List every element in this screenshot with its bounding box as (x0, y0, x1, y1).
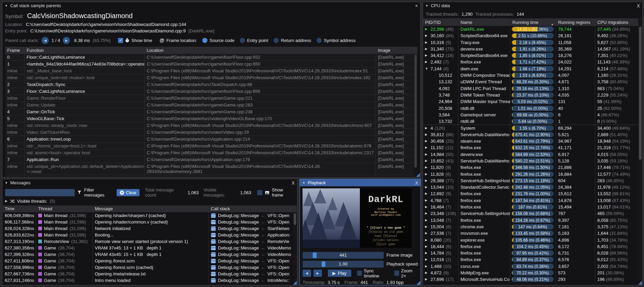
callstack-frame[interactable]: DebugLog::Message (218, 271, 259, 277)
process-row[interactable]: ▶ 10,316 (9) Tracy.exe 2.18 s (9.45%) 11… (423, 39, 642, 46)
frame-location[interactable]: C:\Users\wolf\Desktop\darkrl\src\EntryPo… (145, 175, 376, 177)
process-row[interactable]: ▶ 18,444 (6) firefox.exe 104.2 ms (0.45%… (423, 243, 642, 250)
expand-icon[interactable]: ▶ (425, 230, 429, 236)
frame-location[interactable]: C:\Users\wolf\Desktop\darkrl\src\game\fl… (145, 54, 376, 60)
close-icon[interactable]: X (292, 180, 295, 186)
process-row[interactable]: ▶ 27,536 (7) msvsmon.exe 133.45 ms (0.58… (423, 230, 642, 236)
process-row[interactable]: ▶ 23,348 (106) ServiceHub.SettingsHost 1… (423, 210, 642, 217)
frame-location[interactable]: C:\Users\wolf\Desktop\darkrl\src\video\V… (145, 129, 376, 135)
scrollbar-thumb[interactable] (639, 27, 642, 160)
process-row[interactable]: ▶ 30,160 (84) ScriptedSandbox64.exe 2.51… (423, 32, 642, 39)
frame-row[interactable]: inline std::_Mutex_base::lock C:\Program… (5, 68, 418, 74)
frame-location-option[interactable]: Source code (202, 38, 234, 43)
collapse-icon[interactable]: ▼ (302, 181, 305, 185)
col-image[interactable]: Image (376, 47, 418, 54)
frame-row[interactable]: 1 <lambda_84a19dc444fae966ca174e83e708bd… (5, 61, 418, 68)
collapse-icon[interactable]: ▼ (425, 4, 428, 8)
message-row[interactable]: 627,667,736ns Game (36,704) Opening /met… (3, 271, 297, 277)
location-path[interactable]: C:\Users\wolf\Desktop\darkrl\src\game\vi… (26, 22, 186, 27)
frame-row[interactable]: inline Game::Update C:\Users\wolf\Deskto… (5, 102, 418, 109)
col-running-regions[interactable]: Running regions (556, 19, 595, 26)
frame-function[interactable]: Video::GetTicksHiRes (25, 129, 145, 135)
expand-icon[interactable]: ▶ (425, 59, 429, 65)
message-row[interactable]: 606,117,568ns Main thread (31,596) Openi… (3, 219, 297, 225)
frame-row[interactable]: inline std::chrono::steady_clock::now C:… (5, 122, 418, 129)
callstack-source[interactable]: VFS::Open (267, 264, 289, 271)
process-row[interactable]: ▶ 29,388 (77) ServiceHub.SettingsHost 27… (423, 177, 642, 184)
process-row[interactable]: ▶ 11,828 (6) firefox.exe 291.26 ms (1.26… (423, 171, 642, 177)
frame-row[interactable]: 3 Floor::CalcLightNoLuminance C:\Users\w… (5, 88, 418, 95)
message-row[interactable]: 626,024,328ns Main thread (31,596) Netwo… (3, 225, 297, 232)
resize-grip[interactable] (638, 281, 642, 285)
col-time[interactable]: Time (3, 205, 36, 212)
process-row[interactable]: ▶ 13,044 (10) StandardCollector.Servic 2… (423, 184, 642, 190)
callstack-frame[interactable]: DebugLog::Message (218, 258, 259, 264)
next-callstack-button[interactable]: ▶ (63, 37, 70, 44)
process-row[interactable]: ▶ 30,456 (25) steam.exe 643.61 ms (2.79%… (423, 138, 642, 144)
message-row[interactable]: 627,831,246ns Game (36,704) Intro menu l… (3, 277, 297, 284)
message-row[interactable]: 627,558,996ns Game (36,704) Opening /for… (3, 264, 297, 271)
process-row[interactable]: ▶ 12,016 (2) firefox.exe 84.89 ms (0.37%… (423, 256, 642, 263)
frame-function[interactable]: TaskDispatch::Sync (25, 81, 145, 88)
cpu-scrollbar[interactable] (638, 19, 642, 285)
process-row[interactable]: 4,092 DWM LPC Port Thread 29.16 ms (0.13… (423, 85, 642, 92)
process-row[interactable]: ▶ 27,696 (17) Microsoft.ServiceHub.Co 48… (423, 276, 642, 283)
frame-function[interactable]: Application::Run (25, 156, 145, 163)
frame-function[interactable]: Floor::CalcLightNoLuminance (25, 54, 145, 60)
show-time-checkbox[interactable]: ✓ (118, 38, 123, 43)
callstack-source[interactable]: IntroMenu:: (267, 277, 290, 284)
frame-location[interactable]: C:\Users\wolf\Desktop\darkrl\src\game\Ga… (145, 102, 376, 108)
message-row[interactable]: 626,833,622ns Main thread (31,596) Booti… (3, 232, 297, 238)
expand-icon[interactable]: ▼ (425, 66, 429, 72)
process-row[interactable]: ▶ 4,872 (9) MsMpEng.exe 70.22 ms (0.30%)… (423, 270, 642, 276)
frame-row[interactable]: inline std::unique_ptr<Application,std::… (5, 163, 418, 175)
process-row[interactable]: ▼ 7,144 (8) dwm.exe 1.66 s (7.18%) 14,29… (423, 66, 642, 72)
expand-icon[interactable]: ▶ (425, 190, 429, 197)
callstack-list-icon[interactable] (211, 246, 216, 250)
callstack-frame[interactable]: DebugLog::Message (218, 277, 259, 284)
frame-row[interactable]: inline std::atomic<bool>::operator bool … (5, 149, 418, 156)
process-row[interactable]: ▶ 4 (126) System 1.55 s (6.70%) 69,294 3… (423, 125, 642, 131)
frame-row[interactable]: inline std::_Atomic_storage<bool,1>::loa… (5, 143, 418, 149)
callstack-list-icon[interactable] (211, 239, 216, 244)
expand-icon[interactable]: ▶ (425, 171, 429, 177)
process-row[interactable]: ▶ 8,080 (20) explorer.exe 105.66 ms (0.4… (423, 237, 642, 243)
frame-location[interactable]: C:\Program Files (x86)\Microsoft Visual … (145, 143, 376, 149)
frame-location[interactable]: C:\Users\wolf\Desktop\darkrl\src\TaskDis… (145, 81, 376, 88)
expand-icon[interactable]: ▶ (425, 237, 429, 243)
process-row[interactable]: 10,512 DWM Compositor Thread 1.53 s (6.6… (423, 72, 642, 78)
entry-point-path[interactable]: C:\Users\wolf\Desktop\darkrl\src\game\vi… (30, 28, 186, 33)
expand-icon[interactable]: ▶ (425, 256, 429, 263)
frame-function[interactable]: std::_Mutex_base::lock (25, 68, 145, 74)
frame-location-option[interactable]: Return address (274, 38, 311, 43)
process-row[interactable]: ▶ 16,464 (7) firefox.exe 187 ms (0.81%) … (423, 204, 642, 210)
show-frame-checkbox[interactable] (257, 190, 262, 195)
frame-row[interactable]: 8 main C:\Users\wolf\Desktop\darkrl\src\… (5, 175, 418, 177)
callstack-source[interactable]: VFS::Open (267, 219, 289, 225)
frame-function[interactable]: Game::Update (25, 102, 145, 108)
frame-function[interactable]: VideoGLBase::Tick (25, 115, 145, 122)
frame-function[interactable]: std::unique_lock<std::mutex>::lock (25, 74, 145, 81)
radio-icon[interactable] (202, 38, 207, 43)
frame-table-scrollbar[interactable] (414, 54, 418, 177)
process-row[interactable]: ▶ 4,768 (7) firefox.exe 187.54 ms (0.81%… (423, 197, 642, 204)
expand-icon[interactable]: ▶ (425, 32, 429, 39)
frame-function[interactable]: Floor::CalcLightNoLuminance (25, 88, 145, 95)
col-frame[interactable]: Frame (5, 47, 25, 54)
frame-function[interactable]: main (25, 175, 145, 177)
callstack-source[interactable]: VideoMemo (267, 245, 291, 251)
expand-icon[interactable]: ▶ (425, 158, 429, 164)
frame-row[interactable]: 7 Application::Run C:\Users\wolf\Desktop… (5, 156, 418, 163)
frame-function[interactable]: std::atomic<bool>::operator bool (25, 149, 145, 156)
frame-location[interactable]: C:\Program Files (x86)\Microsoft Visual … (145, 149, 376, 156)
process-row[interactable]: ▶ 14,984 (50) devenv.exe 584.69 ms (2.53… (423, 151, 642, 158)
step-back-button[interactable]: ◀ (303, 270, 311, 277)
collapse-icon[interactable]: ▼ (5, 181, 8, 185)
callstack-list-icon[interactable] (211, 213, 216, 218)
process-row[interactable]: 20,508 ntdll.dll 1.01 ms (0.00%) 40 25 (… (423, 105, 642, 112)
filter-input[interactable] (5, 189, 75, 196)
frame-row[interactable]: 0 Floor::CalcLightNoLuminance C:\Users\w… (5, 54, 418, 61)
process-row[interactable]: ▶ 12,692 (9) firefox.exe 231.76 ms (1.00… (423, 190, 642, 197)
callstack-list-icon[interactable] (211, 226, 216, 231)
frame-image-slider[interactable]: 441 (303, 252, 384, 259)
